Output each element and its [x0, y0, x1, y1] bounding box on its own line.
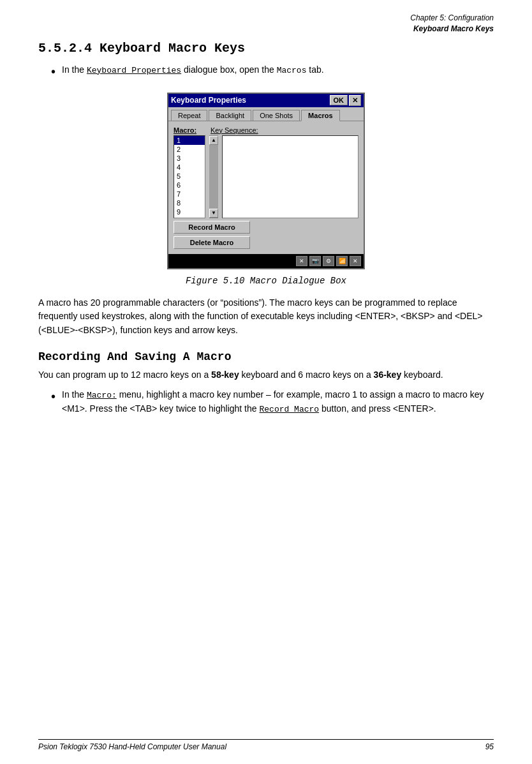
- ok-button[interactable]: OK: [330, 95, 348, 105]
- section-title: Keyboard Macro Keys: [38, 24, 494, 34]
- sub-bullet-text: In the Macro: menu, highlight a macro ke…: [62, 388, 494, 416]
- taskbar-icon-5: ✕: [350, 256, 361, 266]
- macro-menu-ref: Macro:: [87, 391, 117, 400]
- page-footer: Psion Teklogix 7530 Hand-Held Computer U…: [38, 739, 494, 751]
- scroll-down-arrow[interactable]: ▼: [209, 209, 218, 218]
- dialog-box: Keyboard Properties OK ✕ Repeat Backligh…: [167, 93, 365, 269]
- macro-item-9[interactable]: 9: [174, 207, 205, 216]
- tab-backlight[interactable]: Backlight: [209, 110, 251, 121]
- sub-paragraph: You can program up to 12 macro keys on a…: [38, 368, 494, 382]
- sub-section-heading: Recording And Saving A Macro: [38, 350, 494, 363]
- taskbar-icon-3: ⚙: [323, 256, 334, 266]
- taskbar-icon-2: 📷: [309, 256, 321, 266]
- scroll-track: [209, 145, 218, 209]
- footer-left: Psion Teklogix 7530 Hand-Held Computer U…: [38, 742, 226, 751]
- record-macro-ref: Record Macro: [259, 405, 319, 414]
- sub-58key: 58-key: [211, 370, 239, 380]
- macro-item-3[interactable]: 3: [174, 154, 205, 163]
- taskbar-icon-4: 📶: [336, 256, 348, 266]
- macro-list-container: 1 2 3 4 5 6 7 8 9 ▲ ▼: [174, 135, 358, 218]
- scroll-up-arrow[interactable]: ▲: [209, 136, 218, 145]
- titlebar-buttons: OK ✕: [330, 95, 362, 106]
- body-paragraph: A macro has 20 programmable characters (…: [38, 296, 494, 338]
- sub-para-start: You can program up to 12 macro keys on a: [38, 370, 211, 380]
- macro-label: Macro:: [174, 126, 211, 134]
- macro-scrollbar[interactable]: ▲ ▼: [209, 135, 218, 218]
- sub-para-end: keyboard.: [401, 370, 443, 380]
- dialog-taskbar: ✕ 📷 ⚙ 📶 ✕: [168, 254, 364, 268]
- dialog-title: Keyboard Properties: [171, 96, 246, 105]
- sub-bullet-dot: •: [51, 388, 55, 405]
- dialog-tabs: Repeat Backlight One Shots Macros: [168, 107, 364, 121]
- intro-bullet: • In the Keyboard Properties dialogue bo…: [51, 63, 494, 80]
- dialog-screenshot-container: Keyboard Properties OK ✕ Repeat Backligh…: [38, 93, 494, 269]
- sub-bullet-end: button, and press <ENTER>.: [319, 403, 436, 414]
- macro-item-8[interactable]: 8: [174, 198, 205, 207]
- sub-para-mid: keyboard and 6 macro keys on a: [239, 370, 374, 380]
- key-seq-label: Key Sequence:: [211, 126, 258, 134]
- dialog-buttons-area: Record Macro Delete Macro: [174, 221, 358, 249]
- sub-bullet-start: In the: [62, 389, 87, 400]
- footer-right: 95: [485, 742, 494, 751]
- tab-repeat[interactable]: Repeat: [171, 110, 207, 121]
- taskbar-icon-1: ✕: [296, 256, 307, 266]
- figure-caption: Figure 5.10 Macro Dialogue Box: [38, 276, 494, 286]
- key-sequence-box[interactable]: [222, 135, 358, 218]
- page-container: Chapter 5: Configuration Keyboard Macro …: [0, 0, 532, 764]
- macro-item-7[interactable]: 7: [174, 190, 205, 198]
- intro-prefix: In the: [62, 64, 87, 75]
- close-button[interactable]: ✕: [349, 95, 361, 106]
- tab-macros[interactable]: Macros: [301, 110, 340, 121]
- delete-macro-button[interactable]: Delete Macro: [174, 236, 250, 249]
- labels-row: Macro: Key Sequence:: [174, 126, 358, 134]
- macro-list[interactable]: 1 2 3 4 5 6 7 8 9: [174, 135, 205, 218]
- record-macro-button[interactable]: Record Macro: [174, 221, 250, 234]
- macro-item-4[interactable]: 4: [174, 163, 205, 172]
- dialog-titlebar: Keyboard Properties OK ✕: [168, 94, 364, 107]
- macro-item-1[interactable]: 1: [174, 136, 205, 145]
- intro-end: tab.: [306, 64, 323, 75]
- section-heading: 5.5.2.4 Keyboard Macro Keys: [38, 41, 494, 56]
- macro-item-2[interactable]: 2: [174, 145, 205, 154]
- intro-middle: dialogue box, open the: [181, 64, 276, 75]
- sub-bullet: • In the Macro: menu, highlight a macro …: [51, 388, 494, 416]
- chapter-title: Chapter 5: Configuration: [38, 13, 494, 24]
- sub-36key: 36-key: [374, 370, 402, 380]
- bullet-dot: •: [51, 63, 55, 80]
- macro-item-5[interactable]: 5: [174, 172, 205, 181]
- dialog-content: Macro: Key Sequence: 1 2 3 4 5 6 7 8: [168, 121, 364, 254]
- macros-ref: Macros: [277, 66, 307, 75]
- macro-item-6[interactable]: 6: [174, 181, 205, 190]
- tab-one-shots[interactable]: One Shots: [253, 110, 300, 121]
- keyboard-properties-ref: Keyboard Properties: [87, 66, 181, 75]
- page-header: Chapter 5: Configuration Keyboard Macro …: [38, 13, 494, 34]
- intro-text: In the Keyboard Properties dialogue box,…: [62, 63, 494, 77]
